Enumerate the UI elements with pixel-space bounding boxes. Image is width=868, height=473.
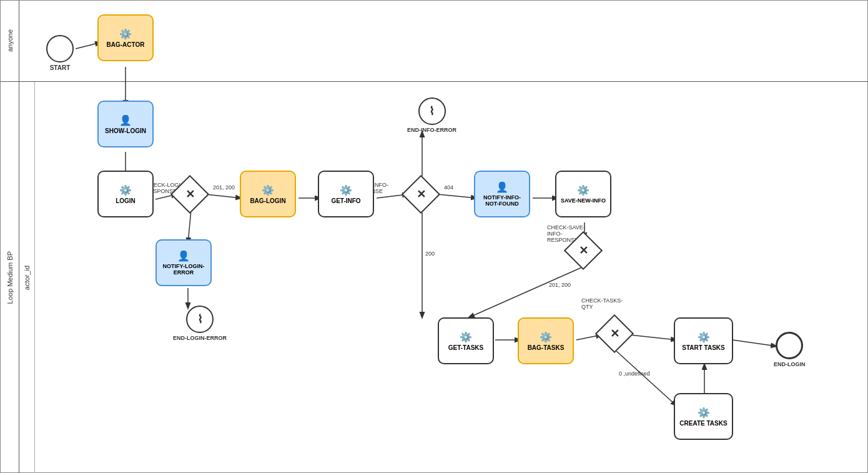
label-200: 200 [425, 251, 435, 257]
start-label: START [50, 64, 71, 71]
start-event: START [46, 35, 74, 71]
end-login-error-node: ⌇ END-LOGIN-ERROR [173, 306, 227, 341]
show-login-box[interactable]: 👤 SHOW-LOGIN [97, 101, 154, 147]
label-404: 404 [444, 184, 453, 191]
end-login-error-label: END-LOGIN-ERROR [173, 335, 227, 341]
svg-line-10 [438, 194, 476, 198]
notify-login-icon: 👤 [177, 250, 190, 262]
bag-login-box[interactable]: ⚙️ BAG-LOGIN [240, 171, 296, 217]
bag-login-icon: ⚙️ [262, 184, 274, 196]
get-info-icon: ⚙️ [340, 184, 352, 196]
bag-login-node[interactable]: ⚙️ BAG-LOGIN [240, 171, 296, 217]
get-info-node[interactable]: ⚙️ GET-INFO [318, 171, 374, 217]
svg-line-17 [630, 335, 676, 340]
lane-label-anyone: anyone [1, 1, 19, 82]
notify-info-not-found-box[interactable]: 👤 NOTIFY-INFO-NOT-FOUND [474, 171, 530, 217]
notify-login-error-node[interactable]: 👤 NOTIFY-LOGIN-ERROR [155, 239, 212, 286]
get-tasks-box[interactable]: ⚙️ GET-TASKS [438, 317, 494, 364]
create-tasks-box[interactable]: ⚙️ CREATE TASKS [674, 393, 733, 440]
gw-info-gateway: ✕ [405, 179, 436, 210]
get-tasks-icon: ⚙️ [460, 331, 472, 343]
get-info-box[interactable]: ⚙️ GET-INFO [318, 171, 374, 217]
svg-line-20 [732, 340, 776, 346]
label-201-200-login: 201, 200 [213, 184, 235, 191]
label-check-tasks: CHECK-TASKS-QTY [581, 297, 623, 310]
login-box[interactable]: ⚙️ LOGIN [97, 171, 154, 217]
end-login-error-circle: ⌇ [186, 306, 214, 333]
svg-line-4 [205, 194, 241, 198]
create-tasks-icon: ⚙️ [698, 407, 710, 419]
login-icon: ⚙️ [119, 184, 132, 196]
gw-save-node: ✕ [568, 235, 599, 266]
label-0-undef: 0 ,undefined [619, 371, 650, 377]
end-info-error-circle: ⌇ [418, 97, 446, 125]
show-login-node[interactable]: 👤 SHOW-LOGIN [97, 101, 154, 147]
save-new-info-icon: ⚙️ [577, 184, 589, 196]
gw-tasks-gateway: ✕ [599, 318, 630, 349]
login-node[interactable]: ⚙️ LOGIN [97, 171, 154, 217]
label-201-200-save: 201, 200 [549, 282, 571, 288]
svg-line-5 [188, 210, 191, 243]
bag-tasks-icon: ⚙️ [540, 331, 552, 343]
bag-actor-node[interactable]: ⚙️ BAG-ACTOR [97, 14, 154, 61]
end-info-error-node: ⌇ END-INFO-ERROR [407, 97, 456, 133]
start-circle [46, 35, 74, 62]
gw-info-node: ✕ [405, 179, 436, 210]
bag-actor-icon: ⚙️ [119, 28, 132, 40]
show-login-icon: 👤 [119, 114, 132, 126]
svg-line-14 [469, 266, 584, 317]
start-tasks-node[interactable]: ⚙️ START TASKS [674, 317, 733, 364]
gw-save-gateway: ✕ [568, 235, 599, 266]
bag-tasks-box[interactable]: ⚙️ BAG-TASKS [518, 317, 574, 364]
notify-info-not-found-node[interactable]: 👤 NOTIFY-INFO-NOT-FOUND [474, 171, 530, 217]
notify-info-icon: 👤 [496, 181, 508, 193]
end-login-label: END-LOGIN [774, 361, 806, 367]
notify-login-error-box[interactable]: 👤 NOTIFY-LOGIN-ERROR [155, 239, 212, 286]
diagram-container: Loop Medium BP anyone actor_id [0, 0, 868, 473]
bag-tasks-node[interactable]: ⚙️ BAG-TASKS [518, 317, 574, 364]
start-tasks-icon: ⚙️ [698, 331, 710, 343]
get-tasks-node[interactable]: ⚙️ GET-TASKS [438, 317, 494, 364]
bag-actor-box[interactable]: ⚙️ BAG-ACTOR [97, 14, 154, 61]
save-new-info-box[interactable]: ⚙️ SAVE-NEW-INFO [555, 171, 611, 217]
end-info-error-label: END-INFO-ERROR [407, 127, 456, 133]
lane-label-loop: Loop Medium BP [1, 82, 19, 473]
gw-tasks-node: ✕ [599, 318, 630, 349]
end-login-node: END-LOGIN [774, 332, 806, 367]
gw-login-gateway: ✕ [174, 179, 205, 210]
save-new-info-node[interactable]: ⚙️ SAVE-NEW-INFO [555, 171, 611, 217]
svg-line-18 [616, 351, 676, 406]
end-login-circle [776, 332, 803, 359]
sublane-label-actor-id: actor_id [19, 82, 35, 473]
create-tasks-node[interactable]: ⚙️ CREATE TASKS [674, 393, 733, 440]
start-tasks-box[interactable]: ⚙️ START TASKS [674, 317, 733, 364]
gw-login-node: ✕ [174, 179, 205, 210]
